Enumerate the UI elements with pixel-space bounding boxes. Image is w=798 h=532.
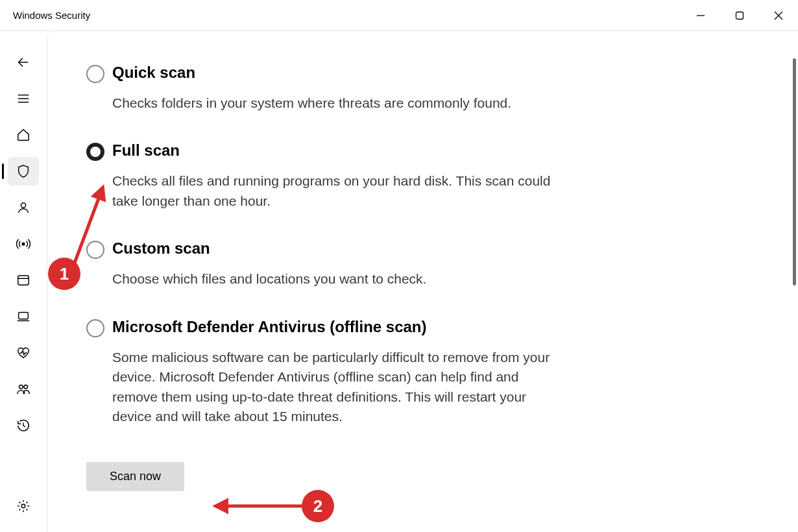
laptop-icon — [16, 309, 30, 324]
scan-option-description: Some malicious software can be particula… — [112, 348, 560, 427]
sidebar-protection-history[interactable] — [8, 411, 39, 440]
svg-rect-10 — [18, 276, 29, 285]
history-icon — [16, 418, 30, 433]
scan-option-offline[interactable]: Microsoft Defender Antivirus (offline sc… — [86, 318, 560, 427]
scan-now-button[interactable]: Scan now — [86, 462, 184, 491]
minimize-button[interactable] — [681, 0, 720, 30]
heart-rate-icon — [16, 346, 30, 360]
radio-quick[interactable] — [86, 65, 104, 83]
scan-option-title: Full scan — [112, 141, 560, 160]
svg-rect-1 — [736, 12, 744, 19]
minimize-icon — [696, 11, 705, 20]
sidebar-menu[interactable] — [8, 84, 39, 113]
shield-icon — [16, 164, 30, 178]
sidebar-back[interactable] — [8, 48, 39, 77]
svg-point-8 — [21, 203, 25, 208]
radio-full[interactable] — [86, 143, 104, 161]
window-title: Windows Security — [13, 10, 90, 21]
sidebar-firewall-network[interactable] — [8, 230, 39, 258]
scan-option-full[interactable]: Full scan Checks all files and running p… — [86, 141, 560, 211]
sidebar-account-protection[interactable] — [8, 193, 39, 222]
svg-point-16 — [21, 504, 25, 508]
sidebar-home[interactable] — [8, 121, 39, 149]
content-panel: Quick scan Checks folders in your system… — [47, 31, 798, 532]
scan-option-description: Checks all files and running programs on… — [112, 171, 560, 211]
sidebar-device-security[interactable] — [8, 302, 39, 331]
svg-line-17 — [75, 193, 101, 263]
gear-icon — [16, 499, 30, 513]
annotation-arrow-2 — [213, 496, 310, 516]
sidebar-app-browser-control[interactable] — [8, 266, 39, 295]
sidebar-family-options[interactable] — [8, 375, 39, 404]
scan-option-quick[interactable]: Quick scan Checks folders in your system… — [86, 64, 560, 113]
svg-rect-12 — [19, 313, 29, 319]
maximize-icon — [735, 11, 744, 20]
sidebar-settings[interactable] — [8, 492, 39, 520]
scan-option-title: Microsoft Defender Antivirus (offline sc… — [112, 318, 560, 336]
person-icon — [16, 200, 30, 215]
sidebar-device-performance-health[interactable] — [8, 339, 39, 367]
window-controls — [681, 0, 798, 30]
scan-option-title: Custom scan — [112, 239, 560, 258]
hamburger-icon — [16, 91, 30, 106]
close-button[interactable] — [759, 0, 798, 30]
arrow-left-icon — [16, 55, 30, 69]
scan-option-title: Quick scan — [112, 64, 560, 82]
annotation-arrow-1 — [68, 182, 110, 272]
scan-option-custom[interactable]: Custom scan Choose which files and locat… — [86, 239, 560, 289]
svg-point-15 — [24, 385, 27, 389]
titlebar: Windows Security — [0, 0, 798, 31]
svg-point-14 — [19, 385, 23, 389]
close-icon — [774, 11, 783, 20]
svg-point-9 — [22, 243, 25, 245]
window-square-icon — [16, 273, 30, 287]
sidebar — [0, 31, 47, 532]
radio-offline[interactable] — [86, 319, 104, 337]
sidebar-virus-threat-protection[interactable] — [8, 157, 39, 186]
annotation-badge-2: 2 — [302, 490, 334, 522]
scan-option-description: Checks folders in your system where thre… — [112, 93, 560, 113]
broadcast-icon — [16, 237, 30, 251]
scrollbar-thumb[interactable] — [793, 58, 796, 285]
maximize-button[interactable] — [720, 0, 759, 30]
home-icon — [16, 128, 30, 142]
scan-option-description: Choose which files and locations you wan… — [112, 269, 560, 289]
annotation-badge-1: 1 — [48, 258, 80, 290]
people-group-icon — [16, 382, 30, 396]
